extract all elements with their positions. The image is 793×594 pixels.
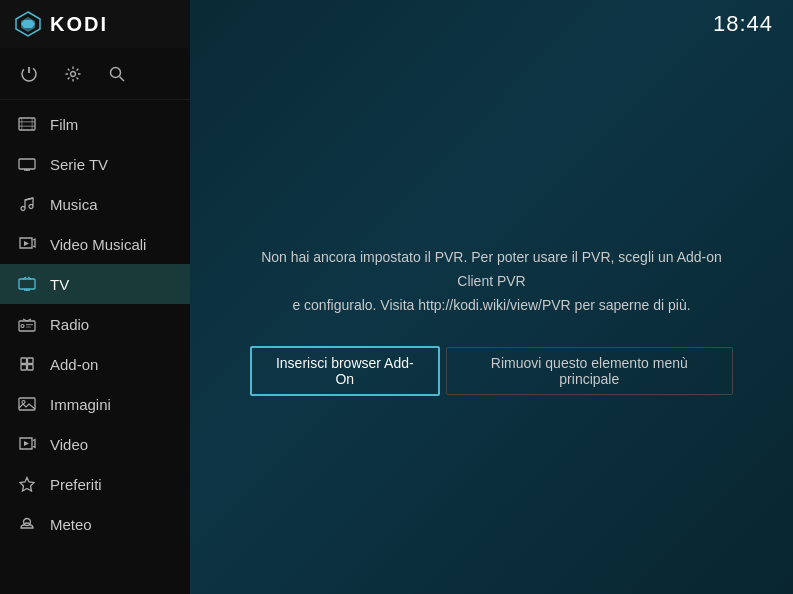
- settings-icon: [64, 65, 82, 83]
- svg-line-16: [25, 198, 33, 200]
- svg-point-6: [111, 67, 121, 77]
- film-label: Film: [50, 116, 78, 133]
- sidebar-item-video[interactable]: Video: [0, 424, 190, 464]
- svg-rect-27: [26, 327, 31, 328]
- addon-icon: [16, 353, 38, 375]
- kodi-icon: [14, 10, 42, 38]
- nav-menu: Film Serie TV Musica Video Musicali TV: [0, 100, 190, 594]
- sidebar-controls: [0, 48, 190, 100]
- video-icon: [16, 433, 38, 455]
- svg-point-25: [21, 325, 24, 328]
- preferiti-icon: [16, 473, 38, 495]
- musica-icon: [16, 193, 38, 215]
- svg-rect-19: [19, 279, 35, 289]
- tv-icon: [16, 273, 38, 295]
- immagini-label: Immagini: [50, 396, 111, 413]
- radio-icon: [16, 313, 38, 335]
- svg-marker-35: [24, 441, 29, 446]
- addon-label: Add-on: [50, 356, 98, 373]
- sidebar-item-video-musicali[interactable]: Video Musicali: [0, 224, 190, 264]
- svg-rect-26: [26, 324, 33, 325]
- sidebar-item-meteo[interactable]: Meteo: [0, 504, 190, 544]
- pvr-message: Non hai ancora impostato il PVR. Per pot…: [250, 246, 733, 317]
- svg-point-33: [22, 401, 25, 404]
- settings-button[interactable]: [62, 63, 84, 85]
- svg-rect-30: [21, 365, 27, 371]
- musica-label: Musica: [50, 196, 98, 213]
- pvr-message-line2: e configuralo. Visita http://kodi.wiki/v…: [292, 297, 690, 313]
- video-label: Video: [50, 436, 88, 453]
- sidebar-item-immagini[interactable]: Immagini: [0, 384, 190, 424]
- remove-menu-element-button[interactable]: Rimuovi questo elemento menù principale: [446, 347, 733, 395]
- video-musicali-icon: [16, 233, 38, 255]
- insert-browser-addon-button[interactable]: Inserisci browser Add-On: [250, 346, 440, 396]
- sidebar-item-serie-tv[interactable]: Serie TV: [0, 144, 190, 184]
- sidebar-item-radio[interactable]: Radio: [0, 304, 190, 344]
- video-musicali-label: Video Musicali: [50, 236, 146, 253]
- search-button[interactable]: [106, 63, 128, 85]
- pvr-buttons: Inserisci browser Add-On Rimuovi questo …: [250, 346, 733, 396]
- search-icon: [108, 65, 126, 83]
- preferiti-label: Preferiti: [50, 476, 102, 493]
- immagini-icon: [16, 393, 38, 415]
- radio-label: Radio: [50, 316, 89, 333]
- power-button[interactable]: [18, 63, 40, 85]
- top-bar: 18:44: [190, 0, 793, 48]
- svg-rect-32: [19, 398, 35, 410]
- main-content: 18:44 Non hai ancora impostato il PVR. P…: [190, 0, 793, 594]
- serie-tv-icon: [16, 153, 38, 175]
- pvr-message-line1: Non hai ancora impostato il PVR. Per pot…: [261, 249, 722, 289]
- clock: 18:44: [713, 11, 773, 37]
- sidebar-item-addon[interactable]: Add-on: [0, 344, 190, 384]
- power-icon: [20, 65, 38, 83]
- svg-marker-18: [24, 241, 29, 246]
- serie-tv-label: Serie TV: [50, 156, 108, 173]
- tv-label: TV: [50, 276, 69, 293]
- sidebar-item-film[interactable]: Film: [0, 104, 190, 144]
- app-title: KODI: [50, 13, 108, 36]
- svg-rect-28: [21, 358, 27, 364]
- svg-rect-29: [28, 358, 34, 364]
- film-icon: [16, 113, 38, 135]
- sidebar: KODI Film: [0, 0, 190, 594]
- svg-rect-12: [32, 118, 34, 130]
- svg-marker-36: [20, 478, 34, 492]
- svg-rect-13: [19, 159, 35, 169]
- svg-rect-31: [28, 365, 34, 371]
- sidebar-item-preferiti[interactable]: Preferiti: [0, 464, 190, 504]
- sidebar-item-musica[interactable]: Musica: [0, 184, 190, 224]
- svg-point-5: [71, 71, 76, 76]
- kodi-logo: KODI: [14, 10, 108, 38]
- meteo-label: Meteo: [50, 516, 92, 533]
- meteo-icon: [16, 513, 38, 535]
- sidebar-item-tv[interactable]: TV: [0, 264, 190, 304]
- svg-line-7: [120, 76, 125, 81]
- sidebar-header: KODI: [0, 0, 190, 48]
- pvr-content: Non hai ancora impostato il PVR. Per pot…: [190, 48, 793, 594]
- svg-rect-11: [21, 118, 23, 130]
